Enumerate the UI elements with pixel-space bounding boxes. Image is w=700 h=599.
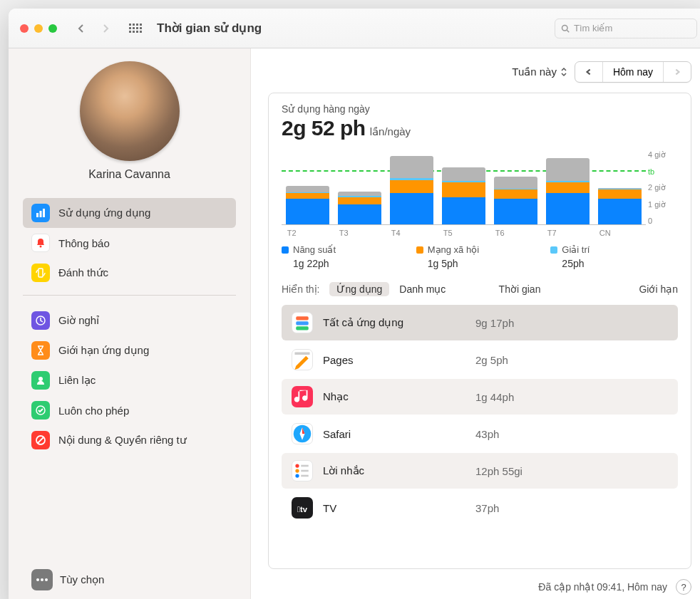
legend-item: Năng suất1g 22ph <box>282 244 409 269</box>
period-selector[interactable]: Tuần này <box>512 66 567 78</box>
svg-rect-3 <box>40 211 42 217</box>
svg-rect-2 <box>36 213 38 217</box>
app-time: 37ph <box>475 502 499 514</box>
legend-swatch <box>550 246 557 254</box>
svg-line-1 <box>567 30 569 32</box>
pen-icon <box>292 349 313 370</box>
chart-bar <box>598 150 642 225</box>
chart-ylabel: 0 <box>648 217 678 225</box>
search-icon <box>561 24 570 33</box>
app-name: Lời nhắc <box>323 464 465 477</box>
fullscreen-button[interactable] <box>48 24 57 33</box>
forward-button[interactable] <box>97 20 114 37</box>
app-row[interactable]: Pages2g 5ph <box>282 342 678 377</box>
sidebar-item-label: Đánh thức <box>58 266 108 279</box>
back-button[interactable] <box>73 20 90 37</box>
svg-point-19 <box>295 464 299 467</box>
app-row[interactable]: Safari43ph <box>282 416 678 452</box>
svg-rect-13 <box>296 321 309 325</box>
svg-rect-14 <box>296 326 309 330</box>
app-name: Pages <box>323 354 465 366</box>
today-button[interactable]: Hôm nay <box>603 62 664 82</box>
app-row[interactable]: Tất cả ứng dụng9g 17ph <box>282 305 678 340</box>
bell-icon <box>31 234 50 252</box>
sidebar: Karina Cavanna Sử dụng ứng dụngThông báo… <box>9 48 251 599</box>
traffic-lights <box>20 24 57 33</box>
chart-bar <box>390 150 433 225</box>
app-name: TV <box>323 502 465 514</box>
main-content: Tuần này Hôm nay Sử dụng hàng ngày 2g 52… <box>251 48 700 599</box>
sidebar-item-label: Liên lạc <box>58 374 96 387</box>
sidebar-item[interactable]: Sử dụng ứng dụng <box>23 198 236 228</box>
svg-point-21 <box>295 474 299 477</box>
list-icon <box>292 460 313 481</box>
window-title: Thời gian sử dụng <box>157 21 262 36</box>
sidebar-item[interactable]: Nội dung & Quyền riêng tư <box>23 425 236 455</box>
date-segmented-control: Hôm nay <box>575 61 691 83</box>
minimize-button[interactable] <box>34 24 43 33</box>
bar-chart-icon <box>31 204 50 222</box>
username: Karina Cavanna <box>9 168 250 181</box>
sidebar-item[interactable]: Liên lạc <box>23 365 236 395</box>
sidebar-item[interactable]: Giờ nghỉ <box>23 306 236 335</box>
app-time: 43ph <box>475 428 499 440</box>
chart-xlabel: T6 <box>494 229 537 237</box>
avatar[interactable] <box>80 61 180 161</box>
app-name: Nhạc <box>323 390 465 403</box>
svg-point-8 <box>38 377 43 381</box>
search-placeholder: Tìm kiếm <box>574 23 612 33</box>
daily-usage-label: Sử dụng hàng ngày <box>282 103 678 115</box>
next-button[interactable] <box>664 62 691 82</box>
sidebar-item[interactable]: Giới hạn ứng dụng <box>23 335 236 365</box>
updated-text: Đã cập nhật 09:41, Hôm nay <box>538 581 667 593</box>
app-time: 9g 17ph <box>475 317 514 329</box>
grid-icon[interactable] <box>127 20 144 37</box>
chart-ylabel: 1 giờ <box>648 200 678 209</box>
chart-bar <box>546 150 590 225</box>
legend-swatch <box>416 246 423 254</box>
chevron-updown-icon <box>560 67 567 77</box>
search-input[interactable]: Tìm kiếm <box>555 19 697 38</box>
col-limit: Giới hạn <box>639 283 678 295</box>
app-row[interactable]: tvTV37ph <box>282 490 678 526</box>
chart-xlabel: CN <box>598 229 642 237</box>
tab-categories[interactable]: Danh mục <box>399 283 446 295</box>
app-time: 1g 44ph <box>475 391 514 403</box>
display-tabs: Hiển thị: Ứng dụng Danh mục Thời gian Gi… <box>282 282 678 296</box>
chart-bar <box>442 150 485 225</box>
svg-rect-4 <box>43 209 45 217</box>
app-name: Tất cả ứng dụng <box>323 316 465 329</box>
chart-bar <box>286 150 329 225</box>
daily-usage-total: 2g 52 ph lần/ngày <box>282 116 678 140</box>
help-button[interactable]: ? <box>676 579 691 595</box>
sidebar-item-label: Thông báo <box>58 237 110 249</box>
close-button[interactable] <box>20 24 29 33</box>
app-row[interactable]: Lời nhắc12ph 55gi <box>282 453 678 489</box>
legend-item: Giải trí25ph <box>550 244 678 269</box>
tab-apps[interactable]: Ứng dụng <box>329 282 389 296</box>
svg-line-11 <box>38 437 43 443</box>
options-label: Tùy chọn <box>60 573 104 586</box>
stack-icon <box>292 312 313 333</box>
sidebar-item[interactable]: Đánh thức <box>23 258 236 288</box>
svg-rect-6 <box>38 269 43 277</box>
hourglass-icon <box>31 341 50 360</box>
sidebar-item[interactable]: Thông báo <box>23 228 236 258</box>
app-row[interactable]: Nhạc1g 44ph <box>282 379 678 415</box>
prev-button[interactable] <box>575 62 603 82</box>
svg-text:tv: tv <box>297 505 308 514</box>
col-time: Thời gian <box>499 283 541 295</box>
app-time: 2g 5ph <box>475 354 508 366</box>
options-button[interactable]: Tùy chọn <box>9 565 250 595</box>
compass-icon <box>292 423 313 444</box>
svg-rect-15 <box>295 353 310 355</box>
music-icon <box>292 386 313 407</box>
sidebar-item[interactable]: Luôn cho phép <box>23 395 236 425</box>
footer: Đã cập nhật 09:41, Hôm nay ? <box>268 569 691 595</box>
tv-icon: tv <box>292 497 313 519</box>
chart-legend: Năng suất1g 22phMạng xã hội1g 5phGiải tr… <box>282 240 678 282</box>
chart-xlabel: T2 <box>286 229 329 237</box>
person-icon <box>31 371 50 390</box>
window: Thời gian sử dụng Tìm kiếm Karina Cavann… <box>9 9 700 599</box>
prohibit-icon <box>31 431 50 449</box>
